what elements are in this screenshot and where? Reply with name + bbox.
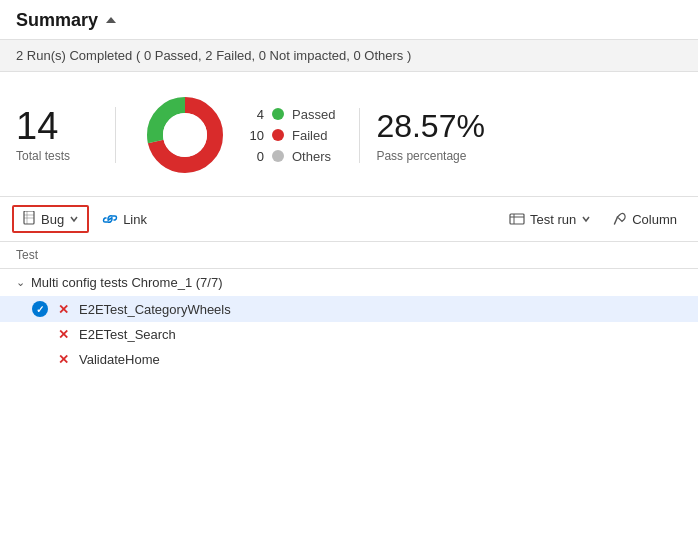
- legend-failed-count: 10: [246, 128, 264, 143]
- svg-rect-9: [510, 214, 524, 224]
- fail-icon: ✕: [58, 327, 69, 342]
- link-icon: [102, 212, 118, 226]
- fail-icon: ✕: [58, 352, 69, 367]
- test-name: E2ETest_Search: [79, 327, 176, 342]
- stats-row: 14 Total tests: [0, 72, 698, 197]
- list-item[interactable]: ✕ E2ETest_CategoryWheels: [0, 296, 698, 322]
- legend: 4 Passed 10 Failed 0 Others: [246, 107, 335, 164]
- link-button-label: Link: [123, 212, 147, 227]
- donut-svg: [140, 90, 230, 180]
- bug-button-label: Bug: [41, 212, 64, 227]
- test-name: E2ETest_CategoryWheels: [79, 302, 231, 317]
- bug-chevron-icon: [69, 214, 79, 224]
- bug-button[interactable]: Bug: [12, 205, 89, 233]
- test-group-name: Multi config tests Chrome_1 (7/7): [31, 275, 222, 290]
- toolbar: Bug Link Test run: [0, 197, 698, 242]
- run-summary-bar: 2 Run(s) Completed ( 0 Passed, 2 Failed,…: [0, 40, 698, 72]
- legend-failed: 10 Failed: [246, 128, 335, 143]
- svg-line-12: [615, 217, 618, 224]
- legend-passed-label: Passed: [292, 107, 335, 122]
- test-group-row[interactable]: ⌄ Multi config tests Chrome_1 (7/7): [0, 269, 698, 296]
- legend-passed: 4 Passed: [246, 107, 335, 122]
- test-column-header: Test: [16, 248, 38, 262]
- pass-percentage-block: 28.57% Pass percentage: [359, 108, 682, 163]
- page-title: Summary: [16, 10, 98, 31]
- test-run-button[interactable]: Test run: [500, 207, 600, 232]
- others-dot: [272, 150, 284, 162]
- total-tests-label: Total tests: [16, 149, 70, 163]
- pass-percentage-value: 28.57%: [376, 108, 485, 145]
- collapse-icon[interactable]: [106, 15, 118, 27]
- legend-others-count: 0: [246, 149, 264, 164]
- pass-percentage-label: Pass percentage: [376, 149, 466, 163]
- bug-icon: [22, 211, 36, 227]
- failed-dot: [272, 129, 284, 141]
- table-header: Test: [0, 242, 698, 269]
- legend-failed-label: Failed: [292, 128, 327, 143]
- list-item[interactable]: ✕ E2ETest_Search: [0, 322, 698, 347]
- column-label: Column: [632, 212, 677, 227]
- link-button[interactable]: Link: [93, 207, 156, 232]
- legend-passed-count: 4: [246, 107, 264, 122]
- total-tests-count: 14: [16, 107, 58, 145]
- selected-checkbox: [32, 301, 48, 317]
- donut-chart: [140, 90, 230, 180]
- test-run-label: Test run: [530, 212, 576, 227]
- fail-icon: ✕: [58, 302, 69, 317]
- total-tests-block: 14 Total tests: [16, 107, 116, 163]
- test-name: ValidateHome: [79, 352, 160, 367]
- column-button[interactable]: Column: [604, 207, 686, 232]
- legend-others: 0 Others: [246, 149, 335, 164]
- legend-others-label: Others: [292, 149, 331, 164]
- test-run-chevron-icon: [581, 214, 591, 224]
- svg-point-3: [163, 113, 207, 157]
- passed-dot: [272, 108, 284, 120]
- group-chevron-icon: ⌄: [16, 276, 25, 289]
- summary-header: Summary: [0, 0, 698, 40]
- test-run-icon: [509, 212, 525, 226]
- list-item[interactable]: ✕ ValidateHome: [0, 347, 698, 372]
- donut-section: 4 Passed 10 Failed 0 Others: [116, 90, 359, 180]
- run-summary-text: 2 Run(s) Completed ( 0 Passed, 2 Failed,…: [16, 48, 411, 63]
- column-icon: [613, 212, 627, 226]
